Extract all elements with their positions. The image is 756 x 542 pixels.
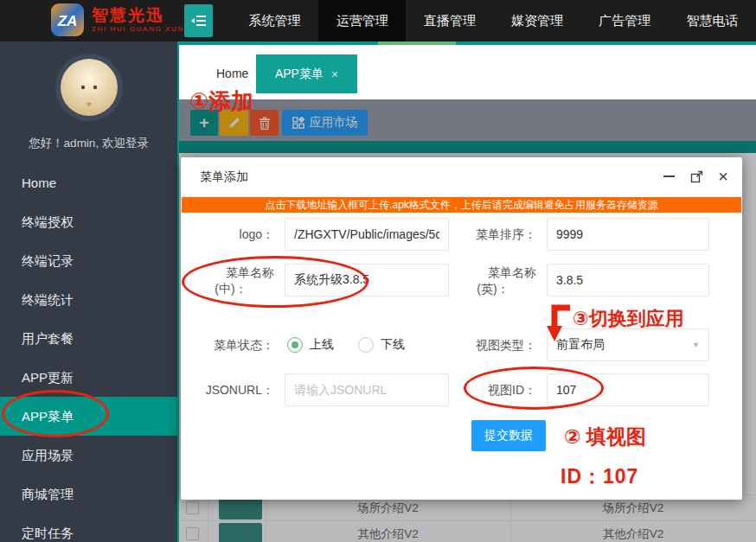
logo-input[interactable] (285, 218, 449, 251)
menu-sort-label: 菜单排序： (450, 218, 536, 251)
sidebar: ♥ 您好！admin, 欢迎登录 Home 终端授权 终端记录 终端统计 用户套… (0, 41, 179, 542)
main-nav: 系统管理 运营管理 直播管理 媒资管理 广告管理 智慧电话 (231, 0, 756, 41)
svg-text:ZA: ZA (57, 13, 78, 29)
sidebar-item-app-scenes[interactable]: 应用场景 (0, 436, 177, 475)
close-icon[interactable]: × (718, 169, 728, 183)
view-id-input[interactable] (547, 373, 709, 406)
tab-app-menu-label: APP菜单 (275, 67, 324, 82)
tab-app-menu[interactable]: APP菜单 × (256, 54, 357, 93)
annotation-step3-text: ③切换到应用 (573, 306, 684, 332)
sidebar-item-app-update[interactable]: APP更新 (0, 358, 177, 397)
annotation-arrow-down-icon (543, 303, 573, 344)
menu-sort-input[interactable] (547, 218, 709, 251)
tab-bar: Home APP菜单 × (179, 45, 756, 99)
jsonurl-input[interactable] (285, 373, 449, 406)
status-online-radio[interactable] (287, 337, 303, 353)
tab-close-icon[interactable]: × (331, 67, 338, 81)
status-online-label: 上线 (310, 337, 334, 353)
status-offline-option: 下线 (358, 337, 405, 353)
nav-item-system-mgmt[interactable]: 系统管理 (231, 0, 318, 41)
logo-label: logo： (188, 218, 274, 251)
annotation-step1-add: ①添加 (189, 86, 253, 117)
upload-notice: 点击下载地址输入框可上传.apk格式文件，上传后请完成编辑避免占用服务器存储资源 (182, 197, 741, 213)
nav-item-smart-phone[interactable]: 智慧电话 (669, 0, 756, 41)
app-logo[interactable]: ZA 智慧光迅 ZHI HUI GUANG XUN (50, 3, 184, 37)
logo-icon: ZA (50, 3, 85, 37)
hamburger-icon (191, 14, 207, 28)
avatar[interactable]: ♥ (0, 53, 177, 122)
jsonurl-label: JSONURL： (188, 373, 274, 406)
view-type-label: 视图类型： (450, 328, 536, 361)
logo-title: 智慧光迅 (92, 6, 184, 25)
logo-subtitle: ZHI HUI GUANG XUN (92, 25, 184, 34)
nav-item-media-mgmt[interactable]: 媒资管理 (494, 0, 581, 41)
annotation-step2-text: ② 填视图 (564, 424, 646, 450)
chevron-down-icon: ▼ (692, 341, 700, 349)
menu-status-label: 菜单状态： (188, 328, 274, 361)
app-root: ZA 智慧光迅 ZHI HUI GUANG XUN 系统管理 运营管理 直播管理… (0, 0, 756, 542)
status-online-option: 上线 (287, 337, 334, 353)
sidebar-item-home[interactable]: Home (0, 163, 177, 202)
menu-name-cn-input[interactable] (285, 264, 449, 297)
sidebar-item-app-menu[interactable]: APP菜单 (0, 397, 177, 436)
menu-name-cn-label: 菜单名称(中)： (188, 264, 274, 297)
view-id-label: 视图ID： (450, 373, 536, 406)
maximize-icon[interactable] (690, 170, 703, 183)
user-greeting: 您好！admin, 欢迎登录 (0, 136, 177, 151)
nav-item-live-mgmt[interactable]: 直播管理 (406, 0, 493, 41)
nav-item-ads-mgmt[interactable]: 广告管理 (581, 0, 669, 41)
nav-item-operations-mgmt[interactable]: 运营管理 (318, 0, 406, 41)
sidebar-item-user-plans[interactable]: 用户套餐 (0, 319, 177, 358)
sidebar-item-terminal-records[interactable]: 终端记录 (0, 241, 177, 280)
sidebar-item-terminal-auth[interactable]: 终端授权 (0, 202, 177, 241)
collapse-menu-button[interactable] (184, 4, 213, 37)
dialog-controls: × (662, 157, 728, 195)
sidebar-item-terminal-stats[interactable]: 终端统计 (0, 280, 177, 319)
top-navbar: ZA 智慧光迅 ZHI HUI GUANG XUN 系统管理 运营管理 直播管理… (0, 0, 756, 41)
menu-name-en-input[interactable] (547, 264, 709, 297)
svg-text:♥: ♥ (86, 99, 92, 109)
sidebar-menu: Home 终端授权 终端记录 终端统计 用户套餐 APP更新 APP菜单 应用场… (0, 163, 177, 542)
menu-name-en-label: 菜单名称(英)： (450, 264, 536, 297)
status-offline-radio[interactable] (358, 337, 374, 353)
annotation-step2-id: ID：107 (561, 463, 638, 490)
sidebar-item-scheduled-tasks[interactable]: 定时任务 (0, 513, 177, 542)
status-offline-label: 下线 (381, 337, 405, 353)
minimize-icon[interactable] (662, 169, 676, 183)
submit-button[interactable]: 提交数据 (471, 420, 546, 451)
logo-text: 智慧光迅 ZHI HUI GUANG XUN (92, 6, 184, 34)
sidebar-item-mall-mgmt[interactable]: 商城管理 (0, 475, 177, 513)
dialog-header[interactable]: 菜单添加 × (181, 157, 742, 195)
dialog-title: 菜单添加 (200, 157, 248, 195)
avatar-icon: ♥ (54, 53, 124, 122)
